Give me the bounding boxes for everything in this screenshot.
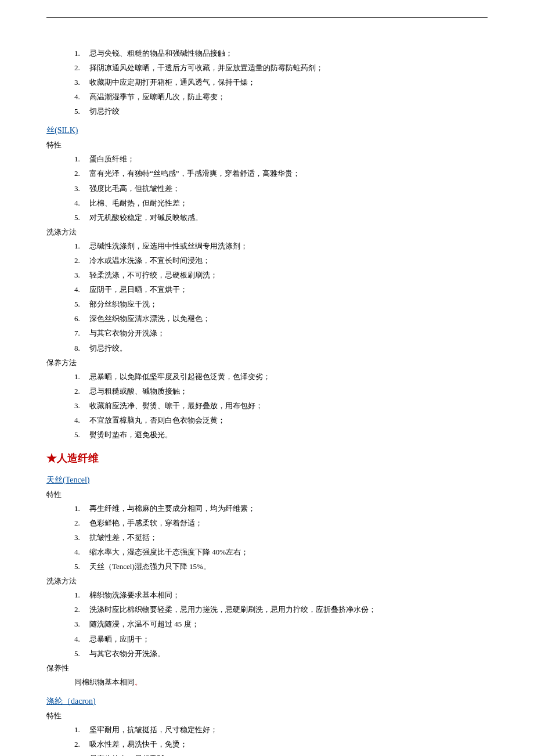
list-number: 3.: [74, 618, 80, 631]
list-number: 1.: [74, 589, 80, 602]
list-item: 1.忌碱性洗涤剂，应选用中性或丝绸专用洗涤剂；: [74, 240, 488, 253]
list-number: 2.: [74, 254, 80, 267]
list-text: 切忌拧绞。: [89, 344, 127, 352]
list-item: 3.轻柔洗涤，不可拧绞，忌硬板刷刷洗；: [74, 269, 488, 282]
tencel-care-text: 同棉织物基本相同。: [46, 676, 488, 689]
list-number: 3.: [74, 531, 80, 544]
dacron-properties-label: 特性: [46, 710, 488, 722]
list-text: 收藏前应洗净、熨烫、晾干，最好叠放，用布包好；: [89, 401, 263, 410]
list-item: 4.不宜放置樟脑丸，否则白色衣物会泛黄；: [74, 414, 488, 427]
silk-heading: 丝(SILK): [46, 124, 488, 138]
silk-properties-list: 1.蛋白质纤维；2.富有光泽，有独特“丝鸣感”，手感滑爽，穿着舒适，高雅华贵；3…: [46, 153, 488, 224]
list-item: 5.切忌拧绞: [74, 105, 488, 118]
list-item: 1.坚牢耐用，抗皱挺括，尺寸稳定性好；: [74, 723, 488, 736]
list-text: 应阴干，忌日晒，不宜烘干；: [89, 285, 187, 294]
list-number: 5.: [74, 105, 80, 118]
list-item: 2.吸水性差，易洗快干，免烫；: [74, 738, 488, 751]
list-text: 洗涤时应比棉织物要轻柔，忌用力搓洗，忌硬刷刷洗，忌用力拧绞，应折叠挤净水份；: [89, 605, 376, 614]
list-number: 7.: [74, 327, 80, 340]
page-top-border: [46, 17, 488, 18]
list-item: 3.收藏前应洗净、熨烫、晾干，最好叠放，用布包好；: [74, 399, 488, 412]
list-number: 4.: [74, 546, 80, 559]
list-number: 3.: [74, 182, 80, 195]
list-text: 忌碱性洗涤剂，应选用中性或丝绸专用洗涤剂；: [89, 242, 248, 250]
list-item: 4.比棉、毛耐热，但耐光性差；: [74, 197, 488, 210]
list-text: 吸水性差，易洗快干，免烫；: [89, 740, 187, 748]
list-item: 3.随洗随浸，水温不可超过 45 度；: [74, 618, 488, 631]
list-text: 抗皱性差，不挺括；: [89, 533, 157, 542]
list-text: 强度比毛高，但抗皱性差；: [89, 184, 180, 193]
manmade-heading: ★人造纤维: [46, 449, 488, 467]
list-number: 2.: [74, 738, 80, 751]
list-text: 收藏期中应定期打开箱柜，通风透气，保持干燥；: [89, 78, 255, 87]
list-number: 1.: [74, 153, 80, 165]
list-number: 1.: [74, 723, 80, 736]
list-number: 5.: [74, 429, 80, 441]
list-number: 1.: [74, 240, 80, 253]
list-item: 3.易产生静电，易起毛球；: [74, 753, 488, 756]
silk-wash-list: 1.忌碱性洗涤剂，应选用中性或丝绸专用洗涤剂；2.冷水或温水洗涤，不宜长时间浸泡…: [46, 240, 488, 355]
list-item: 5.熨烫时垫布，避免极光。: [74, 429, 488, 441]
list-text: 缩水率大，湿态强度比干态强度下降 40%左右；: [89, 548, 248, 556]
dacron-properties-list: 1.坚牢耐用，抗皱挺括，尺寸稳定性好；2.吸水性差，易洗快干，免烫；3.易产生静…: [46, 723, 488, 756]
list-text: 不宜放置樟脑丸，否则白色衣物会泛黄；: [89, 416, 225, 424]
list-text: 部分丝织物应干洗；: [89, 300, 157, 308]
tencel-wash-label: 洗涤方法: [46, 575, 488, 588]
list-item: 1.再生纤维，与棉麻的主要成分相同，均为纤维素；: [74, 502, 488, 515]
list-number: 4.: [74, 633, 80, 646]
list-number: 1.: [74, 502, 80, 515]
list-text: 蛋白质纤维；: [89, 154, 135, 163]
list-item: 1.忌与尖锐、粗糙的物品和强碱性物品接触；: [74, 47, 488, 60]
tencel-properties-label: 特性: [46, 488, 488, 501]
list-number: 5.: [74, 298, 80, 311]
list-item: 4.高温潮湿季节，应晾晒几次，防止霉变；: [74, 91, 488, 103]
list-number: 4.: [74, 414, 80, 427]
list-number: 2.: [74, 167, 80, 180]
list-item: 2.洗涤时应比棉织物要轻柔，忌用力搓洗，忌硬刷刷洗，忌用力拧绞，应折叠挤净水份；: [74, 603, 488, 616]
list-number: 1.: [74, 47, 80, 60]
silk-care-label: 保养方法: [46, 357, 488, 369]
list-text: 与其它衣物分开洗涤；: [89, 329, 165, 337]
list-text: 高温潮湿季节，应晾晒几次，防止霉变；: [89, 92, 225, 101]
list-number: 3.: [74, 753, 80, 756]
intro-list: 1.忌与尖锐、粗糙的物品和强碱性物品接触；2.择阴凉通风处晾晒，干透后方可收藏，…: [46, 47, 488, 118]
list-item: 2.冷水或温水洗涤，不宜长时间浸泡；: [74, 254, 488, 267]
silk-care-list: 1.忌暴晒，以免降低坚牢度及引起褪色泛黄，色泽变劣；2.忌与粗糙或酸、碱物质接触…: [46, 370, 488, 441]
dacron-heading: 涤纶（dacron): [46, 694, 488, 708]
list-item: 1.忌暴晒，以免降低坚牢度及引起褪色泛黄，色泽变劣；: [74, 370, 488, 383]
list-text: 再生纤维，与棉麻的主要成分相同，均为纤维素；: [89, 504, 255, 513]
list-item: 2.富有光泽，有独特“丝鸣感”，手感滑爽，穿着舒适，高雅华贵；: [74, 167, 488, 180]
list-text: 棉织物洗涤要求基本相同；: [89, 591, 180, 599]
list-item: 2.忌与粗糙或酸、碱物质接触；: [74, 385, 488, 398]
list-item: 5.天丝（Tencel)湿态强力只下降 15%。: [74, 560, 488, 573]
list-number: 2.: [74, 62, 80, 74]
list-item: 6.深色丝织物应清水漂洗，以免褪色；: [74, 312, 488, 325]
list-number: 4.: [74, 283, 80, 296]
list-text: 天丝（Tencel)湿态强力只下降 15%。: [89, 562, 211, 571]
list-text: 色彩鲜艳，手感柔软，穿着舒适；: [89, 519, 203, 527]
list-text: 忌暴晒，应阴干；: [89, 635, 150, 643]
list-item: 4.忌暴晒，应阴干；: [74, 633, 488, 646]
list-text: 冷水或温水洗涤，不宜长时间浸泡；: [89, 256, 210, 265]
list-text: 对无机酸较稳定，对碱反映敏感。: [89, 213, 203, 222]
list-item: 3.强度比毛高，但抗皱性差；: [74, 182, 488, 195]
list-item: 3.收藏期中应定期打开箱柜，通风透气，保持干燥；: [74, 76, 488, 89]
list-number: 8.: [74, 342, 80, 355]
tencel-wash-list: 1.棉织物洗涤要求基本相同；2.洗涤时应比棉织物要轻柔，忌用力搓洗，忌硬刷刷洗，…: [46, 589, 488, 660]
list-item: 4.应阴干，忌日晒，不宜烘干；: [74, 283, 488, 296]
list-text: 随洗随浸，水温不可超过 45 度；: [89, 620, 199, 628]
list-number: 5.: [74, 647, 80, 660]
list-text: 忌与尖锐、粗糙的物品和强碱性物品接触；: [89, 49, 233, 57]
list-item: 1.蛋白质纤维；: [74, 153, 488, 165]
red-period-icon: 。: [135, 678, 142, 686]
list-text: 深色丝织物应清水漂洗，以免褪色；: [89, 314, 210, 323]
list-item: 5.与其它衣物分开洗涤。: [74, 647, 488, 660]
list-number: 3.: [74, 399, 80, 412]
silk-wash-label: 洗涤方法: [46, 226, 488, 239]
list-text: 熨烫时垫布，避免极光。: [89, 430, 172, 439]
list-number: 5.: [74, 211, 80, 224]
list-text: 与其它衣物分开洗涤。: [89, 649, 165, 658]
list-number: 6.: [74, 312, 80, 325]
list-item: 2.择阴凉通风处晾晒，干透后方可收藏，并应放置适量的防霉防蛀药剂；: [74, 62, 488, 74]
list-text: 择阴凉通风处晾晒，干透后方可收藏，并应放置适量的防霉防蛀药剂；: [89, 63, 323, 72]
